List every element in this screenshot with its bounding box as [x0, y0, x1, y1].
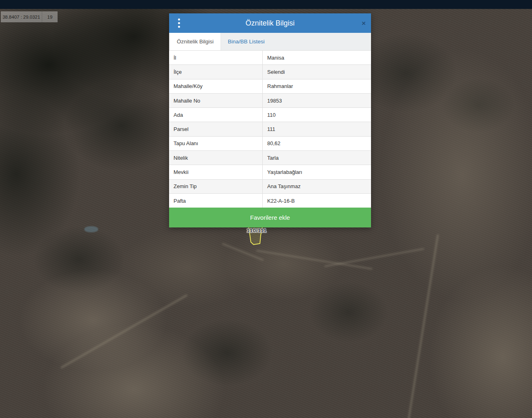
table-row: Mahalle/Köy Rahmanlar: [169, 79, 371, 93]
attr-value: Selendi: [263, 65, 371, 79]
attr-label: Zemin Tip: [169, 179, 263, 193]
close-icon[interactable]: ×: [362, 20, 366, 27]
attr-label: Mevkii: [169, 165, 263, 179]
table-row: Mahalle No 19853: [169, 93, 371, 107]
top-bar: [0, 0, 532, 9]
table-row: İl Manisa: [169, 51, 371, 65]
modal-header: Öznitelik Bilgisi ×: [169, 13, 371, 33]
map-pond: [84, 226, 98, 232]
tab-oznitelik-bilgisi[interactable]: Öznitelik Bilgisi: [170, 33, 221, 50]
attr-value: 110: [263, 108, 371, 122]
attr-label: Ada: [169, 108, 263, 122]
tab-bina-bb-listesi[interactable]: Bina/BB Listesi: [221, 33, 272, 50]
attr-label: Nitelik: [169, 151, 263, 165]
table-row: Tapu Alanı 80,62: [169, 136, 371, 150]
attribute-table: İl Manisa İlçe Selendi Mahalle/Köy Rahma…: [169, 50, 371, 208]
zoom-level: 19: [42, 11, 58, 22]
attr-value: Rahmanlar: [263, 79, 371, 93]
coordinates-value: 38.8407 : 29.0321: [1, 11, 42, 22]
table-row: Pafta K22-A-16-B: [169, 193, 371, 208]
attr-value: Yaştarlabağları: [263, 165, 371, 179]
attr-label: İl: [169, 51, 263, 65]
attr-label: Parsel: [169, 122, 263, 136]
table-row: Nitelik Tarla: [169, 151, 371, 165]
attr-label: İlçe: [169, 65, 263, 79]
attr-label: Mahalle/Köy: [169, 79, 263, 93]
table-row: Mevkii Yaştarlabağları: [169, 165, 371, 179]
attr-label: Tapu Alanı: [169, 136, 263, 150]
attr-value: K22-A-16-B: [263, 193, 371, 208]
table-row: Parsel 111: [169, 122, 371, 136]
attr-value: 111: [263, 122, 371, 136]
parcel-label: 110/111: [247, 227, 266, 234]
attr-value: 19853: [263, 93, 371, 107]
add-to-favorites-button[interactable]: Favorilere ekle: [169, 208, 371, 227]
attr-value: Tarla: [263, 151, 371, 165]
table-row: Ada 110: [169, 108, 371, 122]
map-road: [406, 234, 439, 418]
coordinates-badge: 38.8407 : 29.0321 19: [1, 11, 58, 22]
menu-dots-icon[interactable]: [176, 17, 182, 30]
attr-value: Ana Taşınmaz: [263, 179, 371, 193]
map-road: [60, 294, 188, 369]
attr-value: 80,62: [263, 136, 371, 150]
table-row: Zemin Tip Ana Taşınmaz: [169, 179, 371, 193]
table-row: İlçe Selendi: [169, 65, 371, 79]
attr-value: Manisa: [263, 51, 371, 65]
attr-label: Mahalle No: [169, 93, 263, 107]
modal-title: Öznitelik Bilgisi: [245, 19, 294, 28]
map-road: [324, 248, 425, 267]
app-window: 110/111 38.8407 : 29.0321 19 Öznitelik B…: [0, 0, 532, 418]
tab-bar: Öznitelik Bilgisi Bina/BB Listesi: [169, 33, 371, 50]
attr-label: Pafta: [169, 193, 263, 208]
attribute-info-modal: Öznitelik Bilgisi × Öznitelik Bilgisi Bi…: [169, 13, 371, 227]
